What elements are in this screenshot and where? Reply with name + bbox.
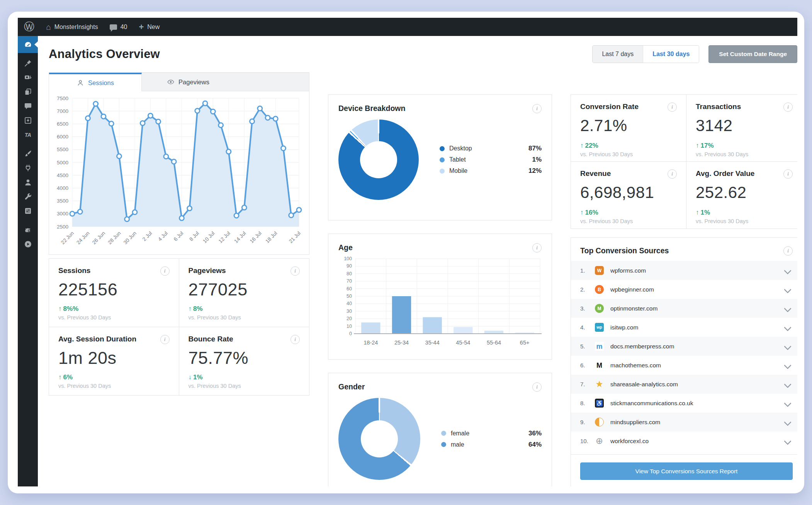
- chevron-down-icon[interactable]: [784, 362, 792, 369]
- source-row[interactable]: 8. ♿ stickmancommunications.co.uk: [571, 394, 797, 413]
- new-content-button[interactable]: + New: [139, 23, 160, 31]
- stat-value: 277025: [189, 280, 300, 300]
- info-icon[interactable]: [783, 169, 793, 179]
- sidebar-item-monsterinsights[interactable]: [18, 223, 38, 237]
- sidebar-item-tools[interactable]: [18, 189, 38, 204]
- info-icon[interactable]: [668, 169, 677, 179]
- download-box-icon: [24, 116, 32, 125]
- new-label: New: [147, 24, 160, 31]
- view-report-button[interactable]: View Top Conversions Sources Report: [580, 462, 793, 480]
- source-row[interactable]: 1. W wpforms.com: [571, 261, 797, 280]
- chevron-down-icon[interactable]: [784, 437, 792, 445]
- svg-text:55-64: 55-64: [487, 340, 501, 346]
- source-row[interactable]: 3. M optinmonster.com: [571, 299, 797, 318]
- video-play-icon: [24, 240, 32, 248]
- chevron-down-icon[interactable]: [784, 399, 792, 407]
- chevron-down-icon[interactable]: [784, 324, 792, 331]
- sidebar-item-appearance[interactable]: [18, 147, 38, 161]
- trend-arrow-icon: ↑: [580, 142, 584, 150]
- stickman-favicon: ♿: [595, 399, 604, 408]
- info-icon[interactable]: [532, 104, 542, 113]
- stat-title: Bounce Rate: [189, 335, 233, 343]
- source-row[interactable]: 5. m docs.memberpress.com: [571, 337, 797, 356]
- legend-dot: [440, 146, 445, 151]
- stat-card-conversion-rate: Conversion Rate 2.71% ↑22% vs. Previous …: [571, 95, 686, 162]
- age-panel: Age 010203040506070809010018-2425-3435-4…: [328, 234, 552, 360]
- svg-text:28 Jun: 28 Jun: [107, 230, 122, 246]
- svg-text:26 Jun: 26 Jun: [91, 230, 106, 246]
- source-row[interactable]: 7. ★ shareasale-analytics.com: [571, 375, 797, 394]
- sidebar-item-comments[interactable]: [18, 99, 38, 113]
- chevron-down-icon[interactable]: [784, 286, 792, 293]
- chevron-down-icon[interactable]: [784, 418, 792, 426]
- info-icon[interactable]: [290, 335, 300, 344]
- source-rank: 8.: [580, 400, 593, 406]
- source-row[interactable]: 2. B wpbeginner.com: [571, 280, 797, 299]
- sidebar-item-ta[interactable]: TA: [18, 128, 38, 142]
- svg-text:4 Jul: 4 Jul: [157, 230, 169, 242]
- settings-sliders-icon: [24, 207, 32, 215]
- info-icon[interactable]: [532, 382, 542, 392]
- source-domain: mindsuppliers.com: [610, 419, 783, 426]
- chevron-down-icon[interactable]: [784, 305, 792, 312]
- sidebar-item-settings[interactable]: [18, 204, 38, 218]
- last-30-days-button[interactable]: Last 30 days: [643, 46, 699, 63]
- trend-arrow-icon: ↑: [58, 305, 62, 313]
- sidebar-item-media[interactable]: [18, 70, 38, 85]
- info-icon[interactable]: [668, 102, 677, 112]
- sidebar-item-plugins[interactable]: [18, 161, 38, 175]
- info-icon[interactable]: [160, 335, 170, 344]
- wordpress-menu[interactable]: Ⓦ: [24, 22, 34, 32]
- column-middle: Device Breakdown Desktop 87%: [328, 94, 552, 486]
- stat-subtext: vs. Previous 30 Days: [580, 151, 677, 157]
- source-domain: optinmonster.com: [610, 305, 783, 312]
- source-row[interactable]: 10. ⊕ workforcexl.co: [571, 432, 797, 450]
- chevron-down-icon[interactable]: [784, 380, 792, 388]
- source-row[interactable]: 6. M machothemes.com: [571, 356, 797, 375]
- legend-value: 36%: [528, 430, 542, 437]
- mascot-monster-icon: [24, 226, 32, 234]
- last-7-days-button[interactable]: Last 7 days: [593, 46, 643, 63]
- info-icon[interactable]: [290, 266, 300, 276]
- traffic-stats-grid: Sessions 225156 ↑8%% vs. Previous 30 Day…: [49, 258, 309, 396]
- info-icon[interactable]: [783, 102, 793, 112]
- device-donut-chart: [338, 119, 419, 200]
- source-row[interactable]: 4. wp isitwp.com: [571, 318, 797, 337]
- stat-change: 1%: [701, 209, 710, 217]
- chevron-down-icon[interactable]: [784, 343, 792, 350]
- svg-text:40: 40: [347, 301, 352, 306]
- tab-filler: [234, 73, 309, 91]
- info-icon[interactable]: [783, 246, 793, 256]
- donut-hole: [360, 141, 397, 178]
- tab-sessions[interactable]: Sessions: [49, 73, 142, 91]
- sidebar-item-downloads[interactable]: [18, 113, 38, 128]
- sidebar-item-posts[interactable]: [18, 56, 38, 70]
- sidebar-item-dashboard[interactable]: [18, 36, 38, 53]
- svg-text:2 Jul: 2 Jul: [141, 230, 153, 242]
- comments-link[interactable]: 40: [110, 24, 127, 31]
- chevron-down-icon[interactable]: [784, 267, 792, 275]
- pushpin-posts-icon: [24, 59, 32, 67]
- legend-dot: [441, 431, 446, 436]
- ta-plugin-icon: TA: [25, 132, 31, 138]
- wpforms-favicon: W: [595, 266, 604, 275]
- svg-text:8 Jul: 8 Jul: [188, 230, 200, 242]
- source-row[interactable]: 9. mindsuppliers.com: [571, 413, 797, 432]
- legend-label: Mobile: [449, 167, 524, 174]
- stat-change: 8%%: [63, 305, 79, 313]
- info-icon[interactable]: [160, 266, 170, 276]
- svg-text:5000: 5000: [57, 160, 68, 165]
- sidebar-item-pages[interactable]: [18, 85, 38, 99]
- svg-text:20: 20: [347, 316, 352, 321]
- site-name-link[interactable]: ⌂ MonsterInsights: [46, 23, 98, 31]
- sidebar-item-video[interactable]: [18, 237, 38, 251]
- stat-value: 252.62: [696, 183, 793, 202]
- svg-text:6000: 6000: [57, 134, 68, 140]
- svg-text:21 Jul: 21 Jul: [288, 230, 302, 244]
- sidebar-item-users[interactable]: [18, 175, 38, 189]
- info-icon[interactable]: [532, 243, 542, 252]
- tab-pageviews[interactable]: Pageviews: [142, 73, 234, 91]
- set-custom-date-range-button[interactable]: Set Custom Date Range: [708, 45, 797, 63]
- column-left: Sessions Pageviews: [49, 72, 309, 396]
- stat-card-pageviews: Pageviews 277025 ↑8% vs. Previous 30 Day…: [179, 259, 309, 327]
